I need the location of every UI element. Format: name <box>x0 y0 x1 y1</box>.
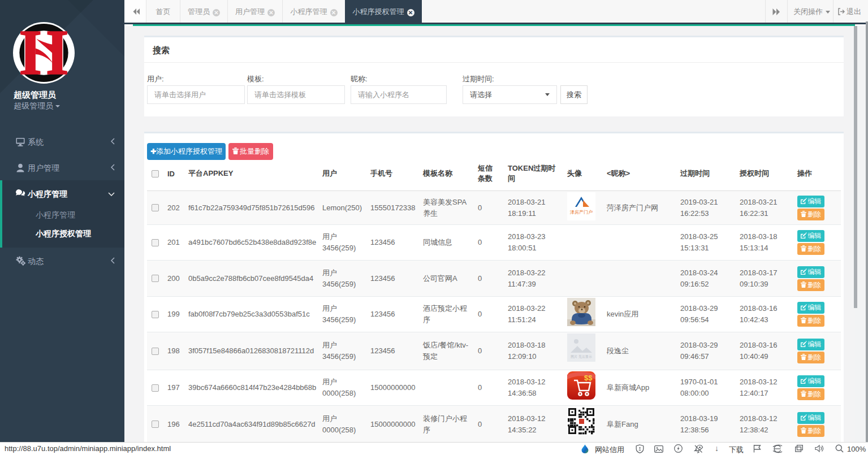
svg-text:泽房产门户: 泽房产门户 <box>569 210 593 215</box>
svg-text:图片 无法显示: 图片 无法显示 <box>571 354 592 359</box>
svg-text:$$: $$ <box>584 374 593 382</box>
